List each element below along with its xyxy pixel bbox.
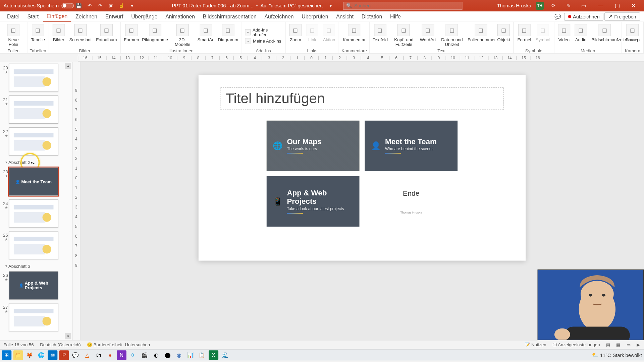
tab-entwurf[interactable]: Entwurf [102, 12, 127, 21]
zoom-card-ende[interactable]: Ende Thomas Hruska [365, 176, 458, 227]
slide-thumbnail-row[interactable]: 20★ [1, 64, 70, 92]
status-accessibility[interactable]: 🙂 Barrierefreiheit: Untersuchen [87, 342, 150, 347]
ribbon-neue-folie[interactable]: ◻Neue Folie [2, 23, 25, 48]
qat-more-icon[interactable]: ▾ [128, 2, 136, 9]
record-button[interactable]: Aufzeichnen [564, 13, 604, 21]
slide-title-text[interactable]: Titel hinzufügen [225, 90, 499, 107]
ribbon-kopf--und-fußzeile[interactable]: ◻Kopf- und Fußzeile [390, 23, 418, 48]
tab-start[interactable]: Start [24, 12, 42, 21]
ribbon-audio[interactable]: ◻Audio [573, 23, 589, 48]
taskbar-powerpoint-icon[interactable]: P [59, 350, 69, 360]
ribbon-foliennummer[interactable]: ◻Foliennummer [467, 23, 495, 48]
ribbon-display-icon[interactable]: ▭ [580, 2, 587, 9]
section-header[interactable]: Abschnitt 3 [0, 263, 72, 269]
slide-thumbnail-row[interactable]: 27★ [1, 303, 70, 331]
taskbar-app8-icon[interactable]: 📋 [197, 350, 207, 360]
thumb-scroll-down[interactable]: ▾ [65, 333, 71, 339]
tab-hilfe[interactable]: Hilfe [387, 12, 405, 21]
taskbar-app3-icon[interactable]: ● [105, 350, 115, 360]
redo-icon[interactable]: ↷ [97, 2, 104, 9]
current-slide[interactable]: Titel hinzufügen 🌐 Our Maps The worls is… [199, 75, 526, 261]
tab-ueberpruefen[interactable]: Überprüfen [298, 12, 332, 21]
slide-thumbnail[interactable] [9, 64, 58, 92]
ribbon-screenshot[interactable]: ◻Screenshot [67, 23, 93, 48]
view-sorter-icon[interactable]: ▦ [616, 342, 620, 347]
share-button[interactable]: ↗Freigeben [604, 12, 640, 21]
ribbon-fotoalbum[interactable]: ◻Fotoalbum [94, 23, 119, 48]
zoom-card-maps[interactable]: 🌐 Our Maps The worls is ours [267, 121, 360, 171]
touch-icon[interactable]: ☝ [118, 2, 125, 9]
status-display-settings[interactable]: 🖵 Anzeigeeinstellungen [552, 342, 600, 347]
ribbon-formel[interactable]: ◻Formel [516, 23, 533, 48]
status-notes[interactable]: 📝 Notizen [525, 342, 546, 347]
ribbon-tabelle[interactable]: ◻Tabelle [29, 23, 47, 48]
slide-thumbnail[interactable] [9, 303, 58, 331]
slide-thumbnail[interactable] [9, 231, 58, 259]
taskbar-app7-icon[interactable]: 📊 [186, 350, 196, 360]
tab-aufzeichnen[interactable]: Aufzeichnen [261, 12, 297, 21]
slide-thumbnail-row[interactable]: 21★ [1, 96, 70, 124]
tab-uebergaenge[interactable]: Übergänge [128, 12, 161, 21]
taskbar-app6-icon[interactable]: ◉ [174, 350, 184, 360]
ribbon-wordart[interactable]: ◻WordArt [419, 23, 437, 48]
ribbon-3d--modelle[interactable]: ◻3D- Modelle [170, 23, 195, 48]
slide-thumbnail[interactable]: 👤Meet the Team [9, 168, 58, 196]
ribbon-zoom[interactable]: ◻Zoom [287, 23, 303, 48]
start-button[interactable]: ⊞ [2, 350, 11, 360]
taskbar-weather[interactable]: ⛅ 11°C Stark bewölkt [592, 352, 642, 358]
view-normal-icon[interactable]: ▤ [606, 342, 610, 347]
ribbon-bildschirmaufzeichnung[interactable]: ◻Bildschirmaufzeichnung [590, 23, 620, 48]
slide-title-placeholder[interactable]: Titel hinzufügen [221, 87, 504, 110]
autosave-toggle[interactable] [61, 3, 74, 8]
taskbar-app2-icon[interactable]: 🗂 [94, 350, 103, 360]
slide-thumbnail-row[interactable]: 22★ [1, 127, 70, 156]
ribbon-diagramm[interactable]: ◻Diagramm [217, 23, 239, 48]
ribbon-cameo[interactable]: ◻Cameo [624, 23, 641, 48]
view-slideshow-icon[interactable]: ▶ [637, 342, 640, 347]
slide-thumbnail[interactable]: 👤App & WebProjects [9, 271, 58, 299]
slide-thumbnail[interactable] [9, 199, 58, 227]
taskbar-firefox-icon[interactable]: 🦊 [25, 350, 35, 360]
close-button[interactable]: ✕ [626, 3, 641, 9]
maximize-button[interactable]: ▢ [609, 3, 625, 9]
tab-bildschirmpraesentation[interactable]: Bildschirmpräsentation [199, 12, 260, 21]
taskbar-explorer-icon[interactable]: 📁 [13, 350, 23, 360]
tab-ansicht[interactable]: Ansicht [333, 12, 357, 21]
slide-panel[interactable]: ▴ 20★21★22★Abschnitt 2↖23★👤Meet the Team… [0, 62, 72, 340]
slide-thumbnail-row[interactable]: 25★ [1, 231, 70, 259]
ribbon-textfeld[interactable]: ◻Textfeld [371, 23, 389, 48]
comments-toggle-icon[interactable]: 💬 [554, 13, 561, 20]
tab-einfuegen[interactable]: Einfügen [43, 12, 71, 21]
ribbon-formen[interactable]: ◻Formen [123, 23, 141, 48]
user-avatar[interactable]: TH [536, 2, 544, 10]
taskbar-outlook-icon[interactable]: ✉ [48, 350, 57, 360]
slideshow-icon[interactable]: ▣ [107, 2, 114, 9]
ribbon-bilder[interactable]: ◻Bilder [51, 23, 66, 48]
minimize-button[interactable]: — [593, 3, 608, 9]
taskbar-excel-icon[interactable]: X [209, 350, 218, 360]
slide-thumbnail-row[interactable]: 23★👤Meet the Team [1, 168, 70, 196]
taskbar-app5-icon[interactable]: ◐ [151, 350, 161, 360]
tab-dictation[interactable]: Dictation [358, 12, 386, 21]
search-input[interactable] [354, 3, 460, 8]
slide-thumbnail[interactable] [9, 127, 58, 156]
ribbon-smartart[interactable]: ◻SmartArt [196, 23, 216, 48]
ribbon-aktion[interactable]: ◻Aktion [321, 23, 337, 48]
coming-soon-icon[interactable]: ✎ [565, 2, 572, 9]
zoom-card-team[interactable]: 👤 Meet the Team Who are behind the scene… [365, 121, 458, 171]
taskbar-app4-icon[interactable]: 🎬 [140, 350, 149, 360]
ribbon-meine-add-ins[interactable]: ▫Meine Add-Ins [245, 38, 282, 44]
view-reading-icon[interactable]: ▭ [627, 342, 631, 347]
tab-datei[interactable]: Datei [4, 12, 23, 21]
ribbon-video[interactable]: ◻Video [556, 23, 572, 48]
thumb-scroll-up[interactable]: ▴ [65, 63, 71, 69]
ribbon-piktogramme[interactable]: ◻Piktogramme [141, 23, 169, 48]
taskbar-vlc-icon[interactable]: △ [82, 350, 92, 360]
slide-thumbnail[interactable] [9, 96, 58, 124]
ribbon-add-ins-abrufen[interactable]: ▫Add-Ins abrufen [245, 27, 282, 37]
ribbon-symbol[interactable]: ◻Symbol [534, 23, 552, 48]
status-language[interactable]: Deutsch (Österreich) [40, 342, 81, 347]
taskbar-edge-icon[interactable]: 🌊 [220, 350, 230, 360]
undo-icon[interactable]: ↶ [86, 2, 93, 9]
ribbon-objekt[interactable]: ◻Objekt [496, 23, 512, 48]
